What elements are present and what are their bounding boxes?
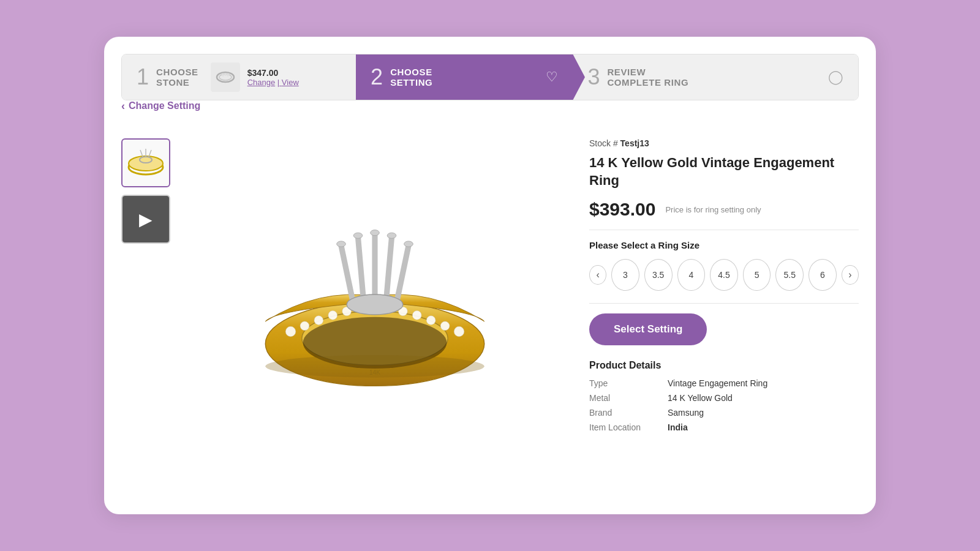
select-setting-button[interactable]: Select Setting — [589, 313, 707, 345]
play-icon: ▶ — [139, 209, 153, 230]
size-prev-button[interactable]: ‹ — [589, 265, 606, 285]
detail-val-metal: 14 K Yellow Gold — [668, 393, 733, 403]
step-2-sublabel: SETTING — [390, 77, 432, 88]
step-1-price: $347.00 — [247, 68, 299, 78]
detail-row-metal: Metal 14 K Yellow Gold — [589, 393, 859, 403]
svg-point-4 — [227, 74, 229, 77]
detail-val-brand: Samsung — [668, 408, 704, 418]
step-2-label: CHOOSE — [390, 67, 432, 77]
detail-row-type: Type Vintage Engagement Ring — [589, 378, 859, 388]
svg-point-22 — [426, 316, 435, 325]
detail-key-brand: Brand — [589, 408, 663, 418]
detail-row-location: Item Location India — [589, 422, 859, 432]
step-1-label: CHOOSE — [156, 67, 198, 77]
svg-point-14 — [285, 326, 296, 337]
detail-row-brand: Brand Samsung — [589, 408, 859, 418]
step-2[interactable]: 2 CHOOSE SETTING ♡ — [356, 54, 573, 100]
size-btn-4[interactable]: 4 — [677, 259, 706, 291]
step-3-sublabel: COMPLETE RING — [607, 77, 688, 88]
svg-point-33 — [371, 230, 380, 236]
price-line: $393.00 Price is for ring setting only — [589, 199, 859, 220]
step-1[interactable]: 1 CHOOSE STONE $347.00 — [122, 54, 356, 100]
thumbnails: ▶ — [121, 138, 170, 437]
play-icon-wrap: ▶ — [123, 195, 169, 244]
size-selector: ‹ 3 3.5 4 4.5 5 5.5 6 › — [589, 259, 859, 291]
svg-point-35 — [404, 241, 413, 247]
step-3-label: REVIEW — [607, 67, 688, 77]
change-link[interactable]: Change — [247, 78, 276, 87]
price-main: $393.00 — [589, 199, 655, 220]
image-section: ▶ — [121, 138, 570, 437]
divider-2 — [589, 303, 859, 304]
chevron-left-icon: ‹ — [121, 100, 125, 111]
step-3[interactable]: 3 REVIEW COMPLETE RING ◯ — [573, 54, 858, 100]
step-1-sublabel: STONE — [156, 77, 198, 88]
svg-point-32 — [353, 233, 363, 238]
size-next-button[interactable]: › — [842, 265, 859, 285]
detail-key-location: Item Location — [589, 422, 663, 432]
thumbnail-video[interactable]: ▶ — [121, 195, 170, 244]
stock-line: Stock # Testj13 — [589, 138, 859, 148]
size-btn-5-5[interactable]: 5.5 — [775, 259, 804, 291]
stock-number: Testj13 — [620, 138, 649, 148]
product-details-title: Product Details — [589, 360, 859, 371]
svg-point-34 — [387, 233, 396, 238]
size-label: Please Select a Ring Size — [589, 240, 859, 250]
content-area: ▶ — [104, 124, 876, 437]
main-card: 1 CHOOSE STONE $347.00 — [104, 37, 876, 514]
step-1-thumbnail — [211, 62, 240, 92]
svg-line-29 — [386, 238, 391, 302]
svg-point-17 — [328, 311, 337, 320]
progress-bar: 1 CHOOSE STONE $347.00 — [121, 54, 859, 100]
detail-key-type: Type — [589, 378, 663, 388]
step-1-links[interactable]: Change | View — [247, 78, 299, 87]
size-btn-3-5[interactable]: 3.5 — [644, 259, 673, 291]
svg-point-23 — [412, 311, 421, 320]
svg-point-21 — [440, 321, 450, 331]
size-btn-3[interactable]: 3 — [611, 259, 639, 291]
ring-icon: ♡ — [546, 69, 558, 85]
svg-point-2 — [222, 74, 224, 77]
step-2-number: 2 — [371, 66, 383, 88]
main-ring-image: 14K — [180, 138, 570, 437]
svg-point-31 — [337, 241, 346, 247]
svg-point-16 — [314, 316, 323, 325]
change-setting-label: Change Setting — [129, 100, 200, 111]
svg-point-20 — [454, 326, 464, 337]
size-btn-6[interactable]: 6 — [809, 259, 837, 291]
step-1-number: 1 — [137, 66, 149, 88]
product-title: 14 K Yellow Gold Vintage Engagement Ring — [589, 154, 859, 189]
svg-point-36 — [347, 294, 403, 315]
detail-key-metal: Metal — [589, 393, 663, 403]
size-btn-4-5[interactable]: 4.5 — [710, 259, 738, 291]
svg-text:14K: 14K — [369, 369, 380, 376]
stock-label: Stock # — [589, 138, 618, 148]
change-setting-link[interactable]: ‹ Change Setting — [104, 100, 876, 111]
view-link[interactable]: View — [282, 78, 299, 87]
svg-point-15 — [300, 321, 309, 331]
detail-val-type: Vintage Engagement Ring — [668, 378, 767, 388]
detail-val-location: India — [668, 422, 688, 432]
svg-point-3 — [224, 73, 227, 76]
size-btn-5[interactable]: 5 — [743, 259, 771, 291]
thumbnail-image[interactable] — [121, 138, 170, 187]
svg-line-27 — [358, 238, 364, 302]
price-note: Price is for ring setting only — [665, 205, 761, 214]
complete-ring-icon: ◯ — [828, 69, 843, 85]
step-3-number: 3 — [587, 66, 600, 88]
product-section: Stock # Testj13 14 K Yellow Gold Vintage… — [589, 138, 859, 437]
product-details-table: Type Vintage Engagement Ring Metal 14 K … — [589, 378, 859, 432]
divider-1 — [589, 230, 859, 230]
